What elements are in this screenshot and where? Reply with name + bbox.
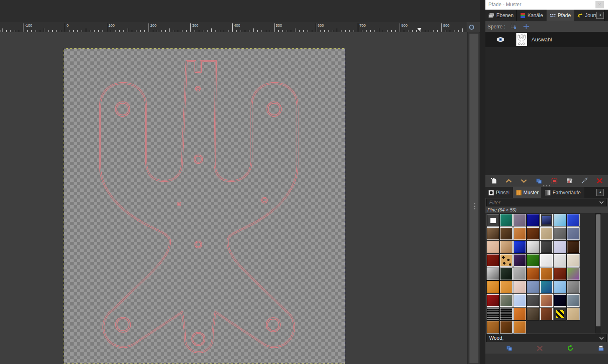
pattern-swatch[interactable] bbox=[554, 281, 566, 293]
tab-pinsel[interactable]: Pinsel bbox=[485, 187, 513, 198]
pattern-swatch[interactable] bbox=[500, 227, 513, 240]
pattern-swatch[interactable] bbox=[540, 294, 553, 307]
tab-muster[interactable]: Muster bbox=[513, 187, 542, 198]
path-name[interactable]: Auswahl bbox=[531, 36, 552, 43]
ruler-corner-button[interactable] bbox=[467, 22, 480, 33]
pattern-swatch[interactable] bbox=[540, 308, 553, 320]
delete-path-button[interactable] bbox=[595, 177, 604, 185]
pattern-swatch[interactable] bbox=[500, 214, 513, 227]
pattern-swatch[interactable] bbox=[500, 308, 513, 320]
open-pattern-button[interactable] bbox=[597, 344, 605, 352]
pattern-swatch[interactable] bbox=[540, 214, 553, 227]
stroke-path-button[interactable] bbox=[580, 177, 589, 185]
tab-menu-button[interactable]: ◂ bbox=[596, 12, 604, 19]
tab-menu-button-2[interactable]: ◂ bbox=[596, 189, 604, 196]
pattern-swatch[interactable] bbox=[527, 267, 539, 280]
path-list-empty-area[interactable] bbox=[485, 47, 608, 175]
pattern-swatch[interactable] bbox=[567, 227, 580, 240]
pattern-swatch[interactable] bbox=[527, 241, 539, 253]
titlebar-button[interactable]: ✕ bbox=[595, 1, 604, 8]
pattern-swatch[interactable] bbox=[540, 254, 553, 267]
pattern-swatch[interactable] bbox=[527, 214, 539, 227]
tab-kanäle[interactable]: Kanäle bbox=[517, 10, 546, 21]
pattern-swatch[interactable] bbox=[500, 321, 513, 333]
pattern-swatch[interactable] bbox=[554, 227, 566, 240]
pattern-swatch[interactable] bbox=[500, 281, 513, 293]
filter-input[interactable]: Filter bbox=[486, 199, 607, 206]
pattern-swatch[interactable] bbox=[487, 227, 499, 240]
pattern-swatch[interactable] bbox=[554, 214, 566, 227]
selection-to-path-button[interactable] bbox=[565, 177, 574, 185]
raise-path-button[interactable] bbox=[505, 177, 513, 185]
new-path-button[interactable] bbox=[490, 177, 498, 185]
pattern-swatch[interactable] bbox=[527, 308, 539, 320]
pattern-swatch[interactable] bbox=[540, 267, 553, 280]
pattern-swatch[interactable] bbox=[527, 294, 539, 307]
pattern-swatch[interactable] bbox=[567, 308, 580, 320]
scrollbar-thumb[interactable] bbox=[596, 214, 600, 326]
pattern-swatch[interactable] bbox=[500, 254, 513, 267]
pattern-swatch[interactable] bbox=[554, 267, 566, 280]
image-canvas[interactable] bbox=[0, 32, 467, 364]
dock-titlebar[interactable]: Pfade - Muster ✕ bbox=[485, 0, 608, 10]
path-to-selection-button[interactable] bbox=[550, 177, 559, 185]
canvas-vertical-scrollbar[interactable] bbox=[467, 32, 480, 364]
pattern-swatch[interactable] bbox=[567, 254, 580, 267]
pattern-swatch[interactable] bbox=[554, 308, 566, 320]
pattern-swatch[interactable] bbox=[554, 254, 566, 267]
pattern-swatch[interactable] bbox=[500, 294, 513, 307]
pattern-swatch[interactable] bbox=[513, 254, 526, 267]
pattern-swatch[interactable] bbox=[513, 241, 526, 253]
pattern-swatch[interactable] bbox=[567, 241, 580, 253]
pane-splitter-grip[interactable] bbox=[473, 202, 476, 210]
chevron-down-icon[interactable] bbox=[599, 337, 604, 340]
pattern-swatch[interactable] bbox=[513, 294, 526, 307]
pattern-grid-scrollbar[interactable] bbox=[595, 213, 601, 333]
pattern-swatch[interactable] bbox=[487, 281, 499, 293]
pattern-swatch[interactable] bbox=[554, 294, 566, 307]
pattern-swatch[interactable] bbox=[527, 281, 539, 293]
pattern-swatch[interactable] bbox=[513, 227, 526, 240]
pattern-swatch[interactable] bbox=[567, 267, 580, 280]
pattern-swatch[interactable] bbox=[567, 214, 580, 227]
tab-ebenen[interactable]: Ebenen bbox=[485, 10, 517, 21]
pattern-swatch[interactable] bbox=[554, 241, 566, 253]
pattern-swatch[interactable] bbox=[527, 254, 539, 267]
pattern-swatch[interactable] bbox=[540, 227, 553, 240]
pattern-swatch[interactable] bbox=[500, 267, 513, 280]
path-thumbnail[interactable] bbox=[516, 33, 527, 46]
tab-pfade[interactable]: Pfade bbox=[546, 10, 574, 21]
lower-path-button[interactable] bbox=[520, 177, 528, 185]
pattern-swatch[interactable] bbox=[487, 321, 499, 333]
lock-pixels-icon[interactable] bbox=[510, 23, 518, 31]
pattern-swatch[interactable] bbox=[487, 241, 499, 253]
lock-position-icon[interactable] bbox=[522, 23, 531, 31]
pattern-swatch[interactable] bbox=[567, 294, 580, 307]
tab-farbverläufe[interactable]: Farbverläufe bbox=[542, 187, 584, 198]
pattern-swatch[interactable] bbox=[487, 294, 499, 307]
scrollbar-thumb[interactable] bbox=[469, 33, 479, 364]
pattern-swatch[interactable] bbox=[487, 254, 499, 267]
tag-filter-input[interactable]: Wood, bbox=[486, 334, 607, 342]
pattern-swatch[interactable] bbox=[513, 267, 526, 280]
refresh-patterns-button[interactable] bbox=[566, 344, 575, 352]
pattern-swatch[interactable] bbox=[540, 241, 553, 253]
eye-icon[interactable] bbox=[496, 36, 505, 44]
pattern-swatch[interactable] bbox=[527, 227, 539, 240]
duplicate-path-button[interactable] bbox=[535, 177, 543, 185]
pattern-swatch[interactable] bbox=[540, 281, 553, 293]
delete-pattern-button[interactable] bbox=[536, 344, 544, 352]
chevron-down-icon[interactable] bbox=[599, 201, 604, 204]
pattern-swatch[interactable] bbox=[513, 214, 526, 227]
pattern-swatch[interactable] bbox=[487, 214, 499, 227]
pattern-swatch[interactable] bbox=[513, 321, 526, 333]
pattern-swatch[interactable] bbox=[500, 241, 513, 253]
pattern-swatch[interactable] bbox=[513, 281, 526, 293]
duplicate-pattern-button[interactable] bbox=[505, 344, 513, 352]
pattern-swatch[interactable] bbox=[513, 308, 526, 320]
layer-with-path[interactable] bbox=[64, 48, 345, 364]
pattern-swatch[interactable] bbox=[487, 267, 499, 280]
pattern-swatch[interactable] bbox=[567, 281, 580, 293]
pattern-swatch[interactable] bbox=[487, 308, 499, 320]
horizontal-ruler[interactable]: -1000100200300400500600700800900 bbox=[0, 22, 467, 33]
